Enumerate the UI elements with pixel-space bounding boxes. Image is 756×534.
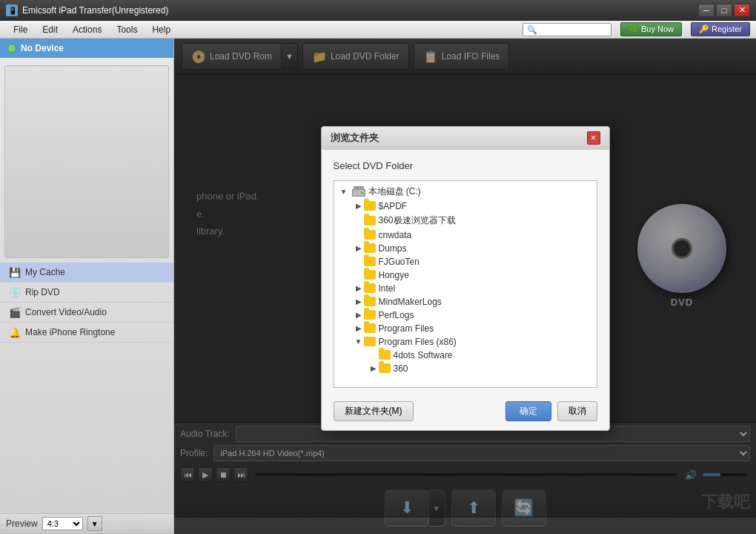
tree-item-360[interactable]: 360极速浏览器下载 — [334, 213, 597, 228]
tree-item-hongye[interactable]: Hongye — [334, 268, 597, 282]
tree-item-intel[interactable]: ▶ Intel — [334, 282, 597, 295]
buy-now-button[interactable]: 🌿 Buy Now — [620, 22, 682, 36]
tree-item-root[interactable]: ▼ 本地磁盘 (C:) — [334, 184, 597, 200]
sidebar-item-convert-video-label: Convert Video/Audio — [25, 307, 107, 317]
folder-icon-hongye — [364, 270, 376, 280]
preview-dropdown-button[interactable]: ▼ — [87, 516, 102, 531]
folder-icon-360 — [364, 216, 376, 225]
dialog-overlay: 浏览文件夹 × Select DVD Folder ▼ 本地磁盘 (C — [174, 39, 756, 518]
device-preview-area — [4, 65, 169, 258]
dialog-title-bar: 浏览文件夹 × — [322, 127, 609, 150]
tree-item-360x86[interactable]: ▶ 360 — [334, 362, 597, 375]
menu-help[interactable]: Help — [145, 23, 178, 36]
tree-expand-apdf[interactable]: ▶ — [354, 201, 364, 211]
tree-item-programfiles[interactable]: ▶ Program Files — [334, 322, 597, 335]
sidebar-item-make-ringtone[interactable]: 🔔 Make iPhone Ringtone — [0, 323, 173, 343]
app-icon: 📱 — [6, 4, 18, 16]
tree-expand-360x86[interactable]: ▶ — [368, 363, 379, 374]
cancel-button[interactable]: 取消 — [557, 401, 597, 421]
tree-expand-programfiles[interactable]: ▶ — [354, 323, 364, 334]
window-controls: ─ □ ✕ — [698, 4, 750, 17]
close-button[interactable]: ✕ — [734, 4, 750, 17]
device-label: No Device — [21, 43, 64, 53]
tree-label-programfiles: Program Files — [379, 323, 434, 334]
preview-ratio-select[interactable]: 4:3 16:9 — [42, 517, 83, 530]
dialog-subtitle: Select DVD Folder — [334, 160, 597, 171]
tree-label-4dots: 4dots Software — [394, 350, 453, 360]
dialog-title: 浏览文件夹 — [331, 131, 379, 145]
folder-icon-mindmaker — [364, 297, 376, 306]
app-title: Emicsoft iPad Transfer(Unregistered) — [22, 5, 698, 16]
tree-item-mindmaker[interactable]: ▶ MindMakerLogs — [334, 295, 597, 309]
convert-video-icon: 🎬 — [9, 306, 21, 318]
sidebar-content: 💾 My Cache 💿 Rip DVD 🎬 Convert Video/Aud… — [0, 58, 173, 513]
tree-label-hongye: Hongye — [379, 270, 409, 280]
folder-icon-360x86 — [379, 363, 391, 373]
tree-label-360dl: 360极速浏览器下载 — [379, 214, 456, 227]
menu-actions[interactable]: Actions — [65, 23, 109, 36]
sidebar-item-my-cache-label: My Cache — [25, 267, 65, 277]
tree-expand-dumps[interactable]: ▶ — [354, 243, 364, 254]
svg-point-5 — [361, 192, 363, 194]
menu-bar: File Edit Actions Tools Help 🌿 Buy Now 🔑… — [0, 21, 756, 39]
search-input[interactable] — [523, 23, 611, 36]
tree-item-4dots[interactable]: 4dots Software — [334, 349, 597, 362]
tree-label-programfiles-x86: Program Files (x86) — [379, 337, 457, 347]
register-button[interactable]: 🔑 Register — [691, 22, 750, 36]
tree-item-cnwdata[interactable]: cnwdata — [334, 228, 597, 242]
minimize-button[interactable]: ─ — [698, 4, 714, 17]
svg-text:📱: 📱 — [8, 6, 18, 16]
folder-icon-dumps — [364, 243, 376, 253]
folder-icon-cnwdata — [364, 230, 376, 240]
rip-dvd-icon: 💿 — [9, 286, 21, 298]
tree-item-programfiles-x86[interactable]: ▼ Program Files (x86) — [334, 335, 597, 349]
folder-tree[interactable]: ▼ 本地磁盘 (C:) ▶ $APDF — [334, 180, 597, 388]
tree-label-cnwdata: cnwdata — [379, 230, 412, 240]
device-status-dot — [7, 44, 16, 53]
folder-open-icon-x86 — [364, 337, 376, 346]
tree-expand-root[interactable]: ▼ — [339, 186, 349, 197]
folder-icon-programfiles — [364, 323, 376, 333]
sidebar-item-convert-video[interactable]: 🎬 Convert Video/Audio — [0, 303, 173, 323]
folder-icon-intel — [364, 283, 376, 293]
tree-item-apdf[interactable]: ▶ $APDF — [334, 200, 597, 213]
main-layout: No Device 💾 My Cache 💿 Rip DVD 🎬 Convert… — [0, 39, 756, 534]
confirm-button[interactable]: 确定 — [505, 401, 551, 421]
dialog-body: Select DVD Folder ▼ 本地磁盘 (C:) — [322, 150, 609, 395]
tree-label-perflogs: PerfLogs — [379, 310, 414, 320]
menu-search-area: 🌿 Buy Now 🔑 Register — [523, 22, 750, 36]
folder-icon-4dots — [379, 350, 391, 360]
preview-label: Preview — [6, 518, 38, 529]
folder-icon-apdf — [364, 201, 376, 211]
tree-expand-mindmaker[interactable]: ▶ — [354, 297, 364, 307]
dialog-actions: 新建文件夹(M) 确定 取消 — [322, 395, 609, 430]
browse-folder-dialog: 浏览文件夹 × Select DVD Folder ▼ 本地磁盘 (C — [321, 126, 610, 431]
tree-item-perflogs[interactable]: ▶ PerfLogs — [334, 309, 597, 322]
tree-label-intel: Intel — [379, 283, 396, 294]
sidebar-item-my-cache[interactable]: 💾 My Cache — [0, 263, 173, 283]
sidebar-item-rip-dvd-label: Rip DVD — [25, 287, 60, 297]
tree-item-fjguoten[interactable]: FJGuoTen — [334, 255, 597, 268]
sidebar: No Device 💾 My Cache 💿 Rip DVD 🎬 Convert… — [0, 39, 174, 534]
menu-tools[interactable]: Tools — [109, 23, 145, 36]
maximize-button[interactable]: □ — [716, 4, 732, 17]
preview-bar: Preview 4:3 16:9 ▼ — [0, 513, 173, 534]
tree-expand-programfiles-x86[interactable]: ▼ — [354, 337, 364, 347]
dialog-close-button[interactable]: × — [587, 131, 600, 145]
tree-expand-intel[interactable]: ▶ — [354, 283, 364, 294]
tree-label-dumps: Dumps — [379, 243, 407, 254]
menu-file[interactable]: File — [6, 23, 35, 36]
tree-label-mindmaker: MindMakerLogs — [379, 297, 442, 307]
tree-root-label: 本地磁盘 (C:) — [368, 185, 421, 198]
drive-icon — [352, 186, 365, 197]
new-folder-button[interactable]: 新建文件夹(M) — [334, 401, 414, 421]
sidebar-item-rip-dvd[interactable]: 💿 Rip DVD — [0, 283, 173, 303]
menu-edit[interactable]: Edit — [35, 23, 65, 36]
content-area: 📀 Load DVD Rom ▼ 📁 Load DVD Folder 📋 Loa… — [174, 39, 756, 534]
folder-icon-perflogs — [364, 310, 376, 320]
tree-label-360x86: 360 — [394, 363, 408, 374]
tree-expand-perflogs[interactable]: ▶ — [354, 310, 364, 320]
my-cache-icon: 💾 — [9, 266, 21, 278]
tree-item-dumps[interactable]: ▶ Dumps — [334, 242, 597, 255]
sidebar-item-make-ringtone-label: Make iPhone Ringtone — [25, 327, 115, 337]
